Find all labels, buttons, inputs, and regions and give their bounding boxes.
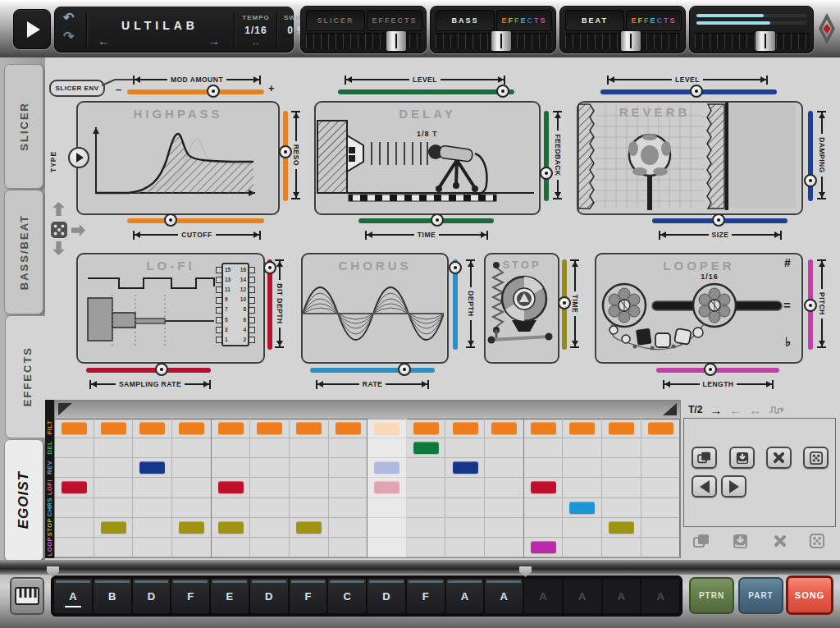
grid-cell[interactable]	[250, 458, 290, 478]
grid-note-filt[interactable]	[62, 422, 87, 434]
grid-cell[interactable]	[485, 419, 524, 438]
grid-cell[interactable]	[250, 478, 290, 497]
grid-cell[interactable]	[485, 438, 524, 458]
grid-note-stop[interactable]	[296, 521, 322, 534]
grid-cell[interactable]	[94, 419, 134, 438]
grid-note-stop[interactable]	[101, 521, 126, 534]
prev-pattern-button[interactable]	[692, 475, 717, 497]
stop-time-slider[interactable]	[559, 259, 570, 350]
grid-cell[interactable]	[94, 438, 134, 458]
slider-knob[interactable]	[398, 363, 411, 376]
grid-cell[interactable]	[55, 438, 94, 458]
grid-note-filt[interactable]	[453, 422, 478, 434]
grid-cell[interactable]	[133, 458, 172, 478]
pitch-slider[interactable]	[805, 259, 816, 350]
grid-note-chrs[interactable]	[569, 502, 595, 514]
tab-egoist-logo[interactable]: EGOIST	[4, 439, 43, 562]
grid-cell[interactable]	[524, 419, 564, 438]
grid-cell[interactable]	[172, 518, 212, 538]
grid-cell[interactable]	[133, 478, 172, 497]
slider-track[interactable]	[86, 368, 211, 373]
pattern-slot-9[interactable]: D	[368, 579, 405, 613]
grid-cell[interactable]	[407, 538, 446, 557]
grid-cell[interactable]	[329, 538, 368, 557]
grid-cell[interactable]	[446, 419, 486, 438]
preset-prev-icon[interactable]: ←	[98, 34, 110, 48]
grid-cell[interactable]	[485, 458, 524, 478]
grid-cell[interactable]	[172, 438, 212, 458]
loop-start-marker[interactable]	[58, 403, 72, 415]
grid-cell[interactable]	[407, 518, 446, 538]
grid-cell[interactable]	[290, 438, 329, 458]
grid-cell[interactable]	[55, 419, 94, 438]
sequencer-timeline[interactable]	[55, 401, 680, 419]
paste-button[interactable]	[729, 447, 755, 469]
pattern-slot-11[interactable]: A	[446, 579, 484, 613]
slider-knob[interactable]	[540, 167, 553, 180]
grid-note-rev[interactable]	[139, 461, 165, 474]
volume-track[interactable]	[695, 33, 810, 49]
grid-cell[interactable]	[133, 419, 172, 438]
grid-cell[interactable]	[212, 498, 251, 518]
slider-track[interactable]	[808, 111, 813, 201]
grid-cell[interactable]	[485, 538, 524, 557]
keyboard-button[interactable]	[10, 577, 44, 615]
grid-cell[interactable]	[563, 518, 602, 538]
grid-cell[interactable]	[446, 438, 486, 458]
tempo-value[interactable]: 1/16	[237, 25, 275, 36]
part-mode-button[interactable]: PART	[738, 577, 783, 614]
grid-cell[interactable]	[524, 438, 564, 458]
grid-cell[interactable]	[250, 419, 290, 438]
next-pattern-button[interactable]	[721, 475, 746, 497]
damping-slider[interactable]	[805, 111, 816, 201]
mixer-right-label[interactable]: EFFECTS	[631, 16, 676, 25]
grid-cell[interactable]	[290, 538, 329, 557]
grid-cell[interactable]	[641, 518, 681, 538]
grid-cell[interactable]	[368, 498, 407, 518]
mixer-right-label[interactable]: EFFECTS	[501, 16, 546, 25]
paste-icon-disabled[interactable]	[733, 534, 749, 550]
grid-cell[interactable]	[133, 498, 172, 518]
crossfader-thumb[interactable]	[620, 30, 641, 52]
grid-cell[interactable]	[524, 518, 564, 538]
grid-cell[interactable]	[55, 458, 94, 478]
grid-cell[interactable]	[602, 478, 641, 497]
grid-cell[interactable]	[524, 538, 564, 557]
grid-cell[interactable]	[94, 538, 134, 557]
grid-cell[interactable]	[407, 438, 446, 458]
slider-track[interactable]	[310, 368, 435, 373]
grid-cell[interactable]	[602, 518, 641, 538]
grid-cell[interactable]	[329, 498, 368, 518]
grid-cell[interactable]	[329, 518, 368, 538]
grid-note-lofi[interactable]	[531, 481, 556, 493]
grid-cell[interactable]	[485, 518, 524, 538]
pattern-slot-13[interactable]: A	[524, 579, 562, 613]
reverb-level-slider[interactable]	[600, 85, 777, 99]
grid-cell[interactable]	[172, 478, 212, 497]
grid-cell[interactable]	[212, 438, 251, 458]
grid-cell[interactable]	[55, 518, 94, 538]
grid-cell[interactable]	[290, 419, 329, 438]
mixer-left-label[interactable]: BEAT	[582, 16, 608, 25]
grid-cell[interactable]	[524, 478, 564, 497]
grid-cell[interactable]	[172, 498, 212, 518]
slider-track[interactable]	[656, 368, 779, 373]
grid-note-filt[interactable]	[569, 422, 595, 434]
copy-icon-disabled[interactable]	[693, 534, 710, 550]
undo-icon[interactable]: ↶	[63, 10, 74, 25]
grid-cell[interactable]	[212, 458, 251, 478]
grid-cell[interactable]	[485, 478, 524, 497]
grid-cell[interactable]	[250, 438, 290, 458]
tab-effects[interactable]: EFFECTS	[5, 315, 48, 438]
grid-cell[interactable]	[563, 438, 602, 458]
grid-cell[interactable]	[368, 438, 407, 458]
grid-note-filt[interactable]	[179, 422, 204, 434]
grid-note-rev[interactable]	[374, 461, 399, 474]
pattern-slot-2[interactable]: B	[94, 579, 131, 613]
grid-cell[interactable]	[133, 438, 172, 458]
mixer-left-label[interactable]: SLICER	[317, 16, 354, 25]
tempo-drag-icon[interactable]: ↔	[237, 36, 275, 48]
clear-button[interactable]	[766, 447, 792, 469]
grid-note-filt[interactable]	[413, 422, 439, 434]
pattern-slot-14[interactable]: A	[564, 579, 601, 613]
